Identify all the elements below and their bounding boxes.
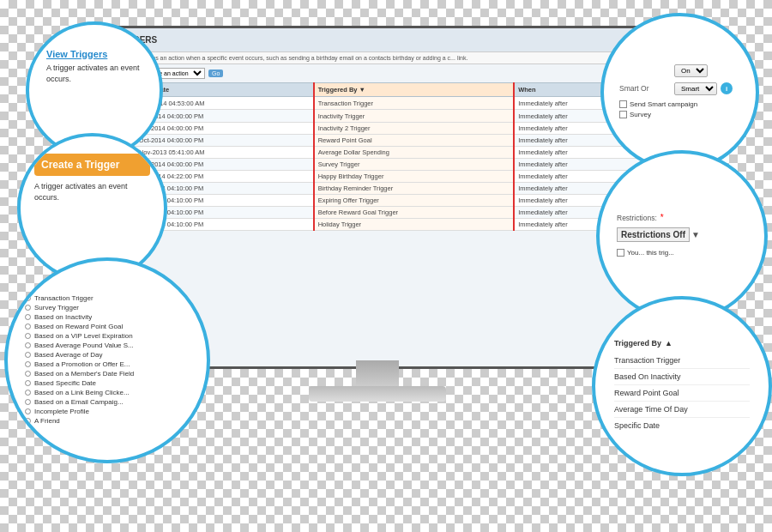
table-row: ✓12-Dec-2014 04:53:00 AMTransaction Trig… [112,97,644,110]
create-trigger-text: A trigger activates an event occurs. [34,181,150,203]
list-item[interactable]: Based Average Pound Value S... [25,342,190,349]
list-item[interactable]: Based Average of Day [25,351,190,359]
table-row: 12-Oct-2014 04:00:00 PMInactivity 2 Trig… [112,123,644,135]
triggered-list-item[interactable]: Transaction Trigger [614,353,750,369]
smart-or-label: Smart Or [619,84,671,93]
create-trigger-title: Create a Trigger [41,159,143,171]
table-row: 12-Oct-2014 04:10:00 PMBirthday Reminder… [112,183,644,195]
view-triggers-text: A trigger activates an event occurs. [46,63,142,84]
smart-info-icon[interactable]: i [721,82,733,94]
triggered-list-item[interactable]: Specific Date [614,418,750,433]
row-triggered: Survey Trigger [314,159,514,171]
list-item[interactable]: Based on a VIP Level Expiration [25,332,190,340]
restrictions-value-row: Restrictions Off ▼ [617,227,747,242]
list-item[interactable]: Based on Reward Point Goal [25,323,190,330]
table-row: 27-Nov-2013 05:41:00 AMAverage Dollar Sp… [112,147,644,159]
send-smart-checkbox[interactable] [619,100,627,108]
survey-label: Survey [630,111,651,118]
screen-header: TRIGGERS [106,28,649,52]
on-select[interactable]: On [674,64,708,77]
row-triggered: Reward Point Goal [314,135,514,147]
toolbar-go-button[interactable]: Go [208,70,223,77]
table-row: 12-Oct-2014 04:00:00 PMSurvey TriggerImm… [112,159,644,171]
row-triggered: Inactivity Trigger [314,110,514,123]
row-triggered: Happy Birthday Trigger [314,171,514,183]
survey-checkbox[interactable] [619,111,627,118]
callout-list: Transaction TriggerSurvey TriggerBased o… [4,257,210,463]
smart-setting-row: Smart Or Smart i [619,82,740,95]
list-item[interactable]: Based on Inactivity [25,313,190,321]
survey-row: Survey [619,111,740,118]
triggered-list-container: Transaction TriggerBased On InactivityRe… [614,353,750,433]
monitor-stand-base [309,386,446,402]
restrictions-checkbox-row: You... this trig... [617,249,747,259]
callout-settings-top: On Smart Or Smart i Send Smart campaign … [600,13,759,172]
restrictions-required: * [660,213,664,222]
smart-select[interactable]: Smart [674,82,717,95]
list-item[interactable]: Based on a Email Campaig... [25,398,190,406]
table-row: 12-Oct-2014 04:10:00 PMBefore Reward Goa… [112,207,644,219]
triggered-by-header: Triggered By ▲ [614,339,750,348]
restrictions-checkbox[interactable] [617,249,624,257]
row-triggered: Transaction Trigger [314,97,514,110]
table-toolbar-area: Trigger Choose an action Go Created Date… [106,64,649,234]
row-triggered: Expiring Offer Trigger [314,195,514,207]
row-triggered: Inactivity 2 Trigger [314,123,514,135]
list-item[interactable]: A Friend [25,417,190,425]
list-item[interactable]: Based on a Member's Date Field [25,370,190,378]
col-header-triggered: Triggered By ▼ [314,83,514,97]
screen-description: A trigger activates an action when a spe… [106,52,649,64]
list-item[interactable]: Based on a Link Being Clicke... [25,389,190,396]
row-triggered: Average Dollar Spending [314,147,514,159]
row-created: 27-Nov-2013 05:41:00 AM [126,147,314,159]
triggers-table: Created Date Triggered By ▼ When ✓12-Dec… [111,82,644,231]
table-row: 12-Oct-2014 04:10:00 PMHoliday TriggerIm… [112,219,644,231]
table-row: ✓12-Oct-2014 04:00:00 PMInactivity Trigg… [112,110,644,123]
row-triggered: Birthday Reminder Trigger [314,183,514,195]
restrictions-checkbox-label: You... this trig... [627,249,674,257]
row-triggered: Before Reward Goal Trigger [314,207,514,219]
triggered-list-item[interactable]: Reward Point Goal [614,385,750,402]
restrictions-label: Restrictions: [617,214,657,222]
triggered-list-item[interactable]: Based On Inactivity [614,369,750,385]
list-item[interactable]: Based Specific Date [25,379,190,387]
callout-triggered-by: Triggered By ▲ Transaction TriggerBased … [592,296,772,476]
table-row: 12-Oct-2014 04:00:00 PMReward Point Goal… [112,135,644,147]
table-toolbar: Trigger Choose an action Go [111,68,644,79]
view-triggers-title[interactable]: View Triggers [46,49,107,59]
restrictions-row: Restrictions: * [617,213,747,222]
list-item[interactable]: Based a Promotion or Offer E... [25,360,190,368]
list-item[interactable]: Transaction Trigger [25,294,190,302]
restrictions-dropdown-icon[interactable]: ▼ [691,230,700,239]
send-smart-label: Send Smart campaign [630,100,697,108]
restrictions-value: Restrictions Off [617,227,690,242]
triggered-list-item[interactable]: Average Time Of Day [614,402,750,418]
list-item[interactable]: Survey Trigger [25,304,190,311]
row-created: 12-Oct-2014 04:00:00 PM [126,135,314,147]
list-items-container: Transaction TriggerSurvey TriggerBased o… [25,294,190,426]
on-setting-row: On [619,64,740,77]
send-smart-row: Send Smart campaign [619,100,740,108]
table-row: 12-Oct-2014 04:22:00 PMHappy Birthday Tr… [112,171,644,183]
table-row: 12-Oct-2014 04:10:00 PMExpiring Offer Tr… [112,195,644,207]
list-item[interactable]: Incomplete Profile [25,408,190,415]
monitor-stand-neck [356,360,399,386]
row-triggered: Holiday Trigger [314,219,514,231]
row-when: Immediately after [514,159,643,171]
create-trigger-orange-box: Create a Trigger [34,154,150,176]
